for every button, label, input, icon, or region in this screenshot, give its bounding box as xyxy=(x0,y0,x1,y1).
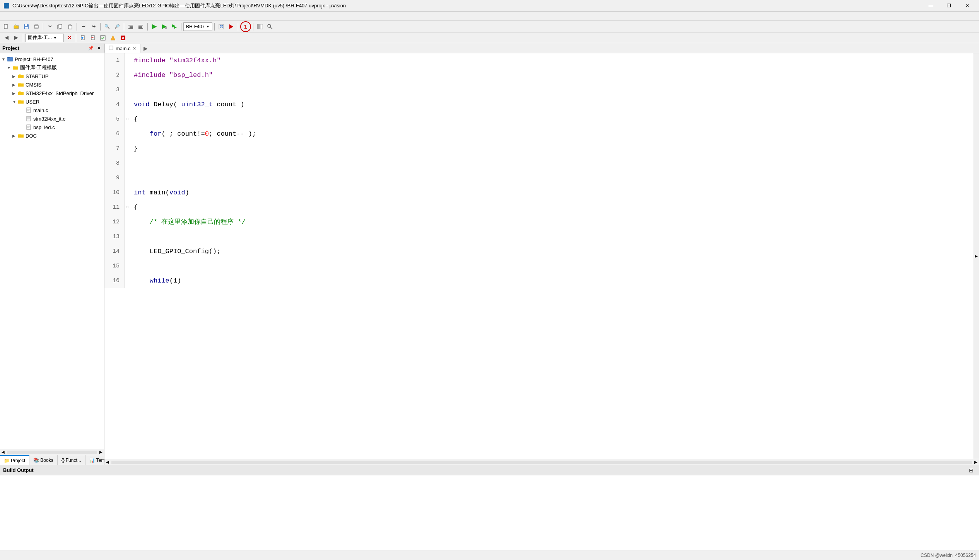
svg-rect-5 xyxy=(25,27,28,29)
inspect-button[interactable] xyxy=(265,22,275,31)
panel-pin-button[interactable]: 📌 xyxy=(88,45,94,51)
folder-icon xyxy=(18,133,24,139)
scroll-track xyxy=(7,451,97,454)
tree-arrow: ▶ xyxy=(12,134,18,138)
line-marker-5: □ xyxy=(125,112,130,127)
tab-close-button[interactable]: ✕ xyxy=(133,46,136,51)
main-c-tab[interactable]: main.c ✕ xyxy=(104,44,140,53)
separator3 xyxy=(100,23,101,31)
tree-item-itc[interactable]: ▶ stm32f4xx_it.c xyxy=(0,114,104,123)
menu-bar xyxy=(0,12,979,21)
tree-arrow: ▼ xyxy=(7,66,12,70)
line-number-11: 11 xyxy=(104,200,125,215)
tree-label: STM32F4xx_StdPeriph_Driver xyxy=(26,90,94,96)
books-tab[interactable]: 📚 Books xyxy=(29,455,57,465)
folder-icon xyxy=(12,65,19,71)
code-editor[interactable]: 1 #include "stm32f4xx.h" 2 #include "bsp… xyxy=(104,53,979,459)
functions-tab-label: Funct... xyxy=(66,458,81,463)
minimize-button[interactable]: — xyxy=(922,2,940,10)
project-tab[interactable]: 📁 Project xyxy=(0,455,29,465)
tree-label: USER xyxy=(26,99,39,105)
new-file-button[interactable] xyxy=(2,22,11,31)
code-line-15: 15 xyxy=(104,259,979,274)
app-icon: μ xyxy=(3,2,10,9)
toolbar2-btn4[interactable]: ! xyxy=(108,34,118,42)
open-button[interactable] xyxy=(12,22,21,31)
cut-button[interactable]: ✂ xyxy=(45,22,55,31)
numbered-button[interactable]: 1 xyxy=(240,21,251,32)
find-replace-button[interactable]: 🔎 xyxy=(113,22,122,31)
line-number-9: 9 xyxy=(104,171,125,186)
functions-tab[interactable]: {} Funct... xyxy=(58,455,85,465)
close-toolbar-button[interactable]: ✕ xyxy=(65,34,74,42)
undo-button[interactable]: ↩ xyxy=(79,22,88,31)
build-button[interactable] xyxy=(160,22,169,31)
build-output-controls: ⊟ xyxy=(967,466,976,475)
tree-item-user[interactable]: ▼ USER xyxy=(0,97,104,106)
print-button[interactable] xyxy=(32,22,41,31)
find-button[interactable]: 🔍 xyxy=(103,22,112,31)
tree-item-firmware-template[interactable]: ▼ 固件库-工程模版 xyxy=(0,63,104,72)
tree-item-bspledc[interactable]: ▶ bsp_led.c xyxy=(0,123,104,131)
view-toggle-button[interactable] xyxy=(255,22,265,31)
line-number-16: 16 xyxy=(104,274,125,288)
line-content-4: void Delay( uint32_t count ) xyxy=(130,97,244,112)
svg-marker-21 xyxy=(152,24,157,29)
tree-label: Project: BH-F407 xyxy=(15,56,53,62)
code-line-1: 1 #include "stm32f4xx.h" xyxy=(104,53,979,68)
tree-item-cmsis[interactable]: ▶ CMSIS xyxy=(0,80,104,89)
svg-rect-23 xyxy=(165,27,167,29)
tab-scroll-right[interactable]: ▶ xyxy=(140,44,151,53)
copy-button[interactable] xyxy=(55,22,65,31)
folder-icon xyxy=(18,99,24,105)
scroll-left-arrow[interactable]: ◀ xyxy=(0,449,6,455)
toolbar2-btn3[interactable] xyxy=(98,34,108,42)
panel-close-button[interactable]: ✕ xyxy=(96,45,102,51)
toolbar2: 固件库-工... ▼ ✕ ! ✕ xyxy=(0,32,979,43)
line-number-13: 13 xyxy=(104,230,125,244)
tree-item-doc[interactable]: ▶ DOC xyxy=(0,131,104,140)
scroll-right-arrow[interactable]: ▶ xyxy=(973,459,979,465)
line-content-10: int main(void) xyxy=(130,186,189,200)
scroll-left-arrow[interactable]: ◀ xyxy=(104,459,111,465)
tree-item-stm32driver[interactable]: ▶ STM32F4xx_StdPeriph_Driver xyxy=(0,89,104,97)
scroll-right-arrow[interactable]: ▶ xyxy=(98,449,104,455)
separator9 xyxy=(253,23,253,31)
target-dropdown[interactable]: BH-F407 ▼ xyxy=(183,22,212,31)
tree-item-project-root[interactable]: ▼ Project: BH-F407 xyxy=(0,55,104,63)
line-content-7: } xyxy=(130,141,138,156)
code-line-6: 6 for( ; count!=0; count-- ); xyxy=(104,127,979,141)
toolbar1: ✂ ↩ ↪ 🔍 🔎 BH-F407 ▼ ⚙ 1 xyxy=(0,21,979,32)
toolbar2-btn5[interactable]: ✕ xyxy=(118,34,128,42)
add-item-button[interactable] xyxy=(78,34,87,42)
svg-text:⚙: ⚙ xyxy=(220,25,222,29)
options-button[interactable]: ⚙ xyxy=(217,22,226,31)
back-button[interactable] xyxy=(2,34,11,42)
build-output-dock-button[interactable]: ⊟ xyxy=(967,466,976,475)
separator4 xyxy=(124,23,124,31)
indent-button[interactable] xyxy=(126,22,135,31)
line-number-10: 10 xyxy=(104,186,125,200)
editor-scroll-right[interactable]: ▶ xyxy=(973,53,979,459)
close-button[interactable]: ✕ xyxy=(958,2,976,10)
code-line-4: 4 void Delay( uint32_t count ) xyxy=(104,97,979,112)
code-line-9: 9 xyxy=(104,171,979,186)
forward-button[interactable] xyxy=(12,34,21,42)
code-line-12: 12 /* 在这里添加你自己的程序 */ xyxy=(104,215,979,230)
maximize-button[interactable]: ❐ xyxy=(940,2,958,10)
editor-hscroll[interactable]: ◀ ▶ xyxy=(104,459,979,465)
save-button[interactable] xyxy=(22,22,31,31)
tree-item-startup[interactable]: ▶ STARTUP xyxy=(0,72,104,80)
redo-button[interactable]: ↪ xyxy=(89,22,98,31)
library-dropdown[interactable]: 固件库-工... ▼ xyxy=(25,34,64,42)
compile-button[interactable] xyxy=(150,22,159,31)
paste-button[interactable] xyxy=(65,22,75,31)
remove-item-button[interactable] xyxy=(88,34,97,42)
outdent-button[interactable] xyxy=(136,22,145,31)
project-panel-hscroll[interactable]: ◀ ▶ xyxy=(0,449,104,455)
editor-area[interactable]: 1 #include "stm32f4xx.h" 2 #include "bsp… xyxy=(104,53,979,459)
tree-item-mainc[interactable]: ▶ main.c xyxy=(0,106,104,114)
main-area: Project 📌 ✕ ▼ Project: BH-F407 ▼ 固 xyxy=(0,43,979,465)
rebuild-button[interactable] xyxy=(170,22,179,31)
debug-button[interactable] xyxy=(227,22,236,31)
